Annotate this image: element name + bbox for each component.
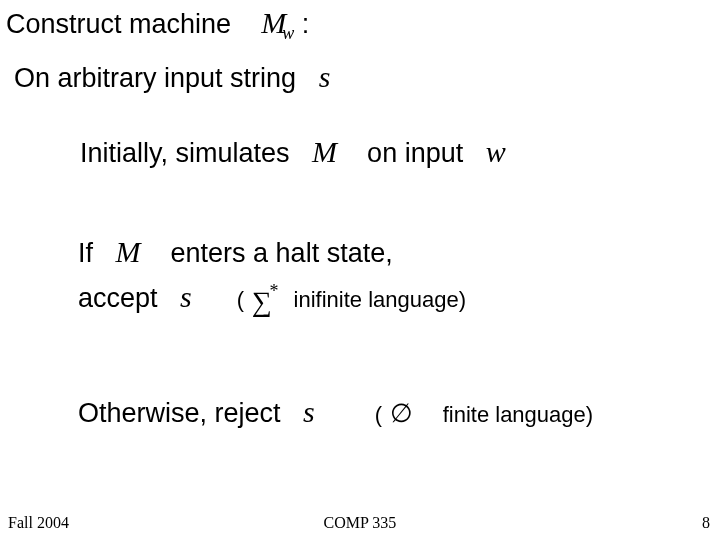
- simulate-line: Initially, simulates M on input w: [80, 135, 506, 169]
- footer-right: 8: [702, 514, 710, 532]
- input-text: On arbitrary input string: [14, 63, 296, 93]
- input-s: s: [319, 60, 331, 93]
- title-colon: :: [302, 9, 310, 39]
- title-prefix: Construct machine: [6, 9, 231, 39]
- reject-tail: finite language): [443, 402, 593, 427]
- if-rest: enters a halt state,: [171, 238, 393, 268]
- accept-open: (: [237, 287, 244, 312]
- reject-line: Otherwise, reject s ( ∅ finite language): [78, 395, 593, 429]
- input-line: On arbitrary input string s: [14, 60, 330, 94]
- simulate-prefix: Initially, simulates: [80, 138, 290, 168]
- simulate-mid: on input: [367, 138, 463, 168]
- if-line: If M enters a halt state,: [78, 235, 393, 269]
- accept-tail: inifinite language): [294, 287, 466, 312]
- simulate-M: M: [312, 135, 337, 168]
- accept-word: accept: [78, 283, 158, 313]
- title-w-sub: w: [282, 23, 294, 43]
- title-line: Construct machine Mw :: [6, 6, 309, 44]
- if-word: If: [78, 238, 93, 268]
- reject-open: (: [375, 402, 382, 427]
- accept-s: s: [180, 280, 192, 313]
- footer-center: COMP 335: [0, 514, 720, 532]
- accept-line: accept s ( ∑* inifinite language): [78, 280, 466, 318]
- simulate-w: w: [486, 135, 506, 168]
- reject-s: s: [303, 395, 315, 428]
- reject-prefix: Otherwise, reject: [78, 398, 281, 428]
- if-M: M: [116, 235, 141, 268]
- sigma-icon: ∑: [252, 286, 272, 318]
- emptyset-icon: ∅: [390, 399, 413, 428]
- sigma-star: *: [270, 281, 279, 301]
